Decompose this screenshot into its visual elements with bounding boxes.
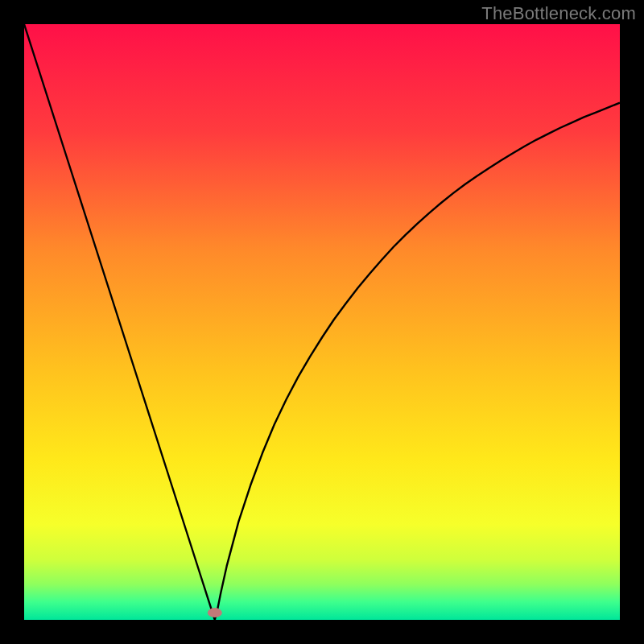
gradient-background [24,24,620,620]
plot-area [24,24,620,620]
minimum-marker [208,608,222,617]
chart-frame: TheBottleneck.com [0,0,644,644]
watermark-text: TheBottleneck.com [481,3,636,24]
bottleneck-chart [24,24,620,620]
